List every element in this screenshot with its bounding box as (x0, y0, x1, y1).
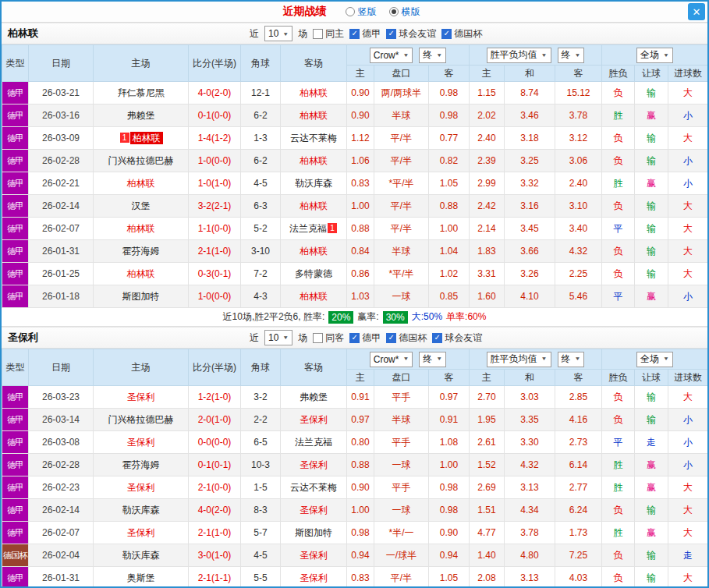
filter-checkbox-league-3[interactable]: 球会友谊 (432, 331, 482, 345)
asia-handicap: 平/半 (374, 218, 429, 240)
odds-source-select[interactable]: Crow*▼ (370, 352, 413, 367)
result-goals: 小 (668, 454, 708, 476)
team-name: 法兰克福 (289, 223, 327, 234)
checkbox-icon (313, 29, 323, 39)
recent-count-select[interactable]: 10 ▼ (264, 330, 292, 345)
same-away-checkbox[interactable]: 同客 (313, 331, 344, 345)
away-team-cell: 柏林联 (281, 82, 347, 104)
odds-time-select[interactable]: 终▼ (419, 48, 446, 63)
team-name: 柏林联 (300, 155, 328, 166)
checkbox-icon (349, 333, 360, 343)
away-team-cell: 圣保利 (281, 454, 347, 476)
result-goals: 大 (668, 499, 708, 522)
team-name: 圣保利 (300, 550, 328, 561)
euro-away-odds: 4.03 (555, 567, 602, 588)
layout-radio-vertical[interactable]: 竖版 (346, 5, 377, 19)
col-header-away: 客场 (281, 45, 347, 82)
asia-handicap: *平/半 (374, 172, 429, 195)
euro-time-select[interactable]: 终▼ (558, 352, 585, 367)
filter-checkbox-league-1[interactable]: 德甲 (349, 27, 381, 41)
team-name: 圣保利 (300, 459, 328, 470)
home-team-cell: 柏林联 (94, 263, 189, 285)
result-goals: 大 (668, 195, 708, 218)
corner-score: 5-7 (241, 522, 281, 544)
same-home-checkbox[interactable]: 同主 (313, 27, 344, 41)
layout-radio-horizontal[interactable]: 横版 (389, 5, 420, 19)
match-date: 26-02-28 (29, 454, 94, 476)
home-team-cell: 斯图加特 (94, 285, 189, 308)
asia-home-odds: 1.06 (347, 150, 374, 172)
scope-select[interactable]: 全场▼ (636, 48, 673, 63)
asia-odds-controls: Crow*▼ 终▼ (347, 349, 470, 370)
recent-suffix-label: 场 (298, 331, 307, 345)
euro-odds-select[interactable]: 胜平负均值▼ (487, 48, 551, 63)
away-team-cell: 弗赖堡 (281, 386, 347, 409)
euro-away-odds: 4.32 (555, 240, 602, 263)
odds-source-select[interactable]: Crow*▼ (370, 48, 413, 63)
col-header-handicap-result: 让球 (635, 66, 668, 82)
league-type-badge: 德甲 (2, 567, 29, 588)
result-goals: 大 (668, 522, 708, 544)
result-goals: 大 (668, 263, 708, 285)
match-date: 26-02-14 (29, 195, 94, 218)
select-value: 终 (423, 48, 432, 62)
result-handicap: 输 (635, 263, 668, 285)
match-row: 德甲26-01-31奥斯堡2-1(1-1)5-5圣保利0.83平/半1.052.… (2, 567, 708, 588)
corner-score: 4-3 (241, 285, 281, 308)
filter-checkbox-league-2[interactable]: 球会友谊 (386, 27, 436, 41)
filter-checkbox-league-2[interactable]: 德国杯 (386, 331, 427, 345)
match-date: 26-02-07 (29, 522, 94, 544)
checkbox-label: 球会友谊 (399, 27, 436, 41)
euro-odds-controls: 胜平负均值▼ 终▼ (470, 45, 602, 66)
recent-results-window: 近期战绩 竖版 横版 ✕ 柏林联 近 10 ▼ 场 同主 (0, 0, 709, 588)
chevron-down-icon: ▼ (436, 52, 442, 58)
euro-odds-select[interactable]: 胜平负均值▼ (487, 352, 551, 367)
filter-checkbox-league-3[interactable]: 德国杯 (441, 27, 482, 41)
euro-away-odds: 3.10 (555, 195, 602, 218)
result-goals: 大 (668, 476, 708, 499)
away-team-cell: 柏林联 (281, 104, 347, 127)
asia-home-odds: 0.90 (347, 82, 374, 104)
euro-draw-odds: 3.45 (505, 218, 555, 240)
home-team-cell: 圣保利 (94, 476, 189, 499)
asia-away-odds: 0.98 (429, 476, 470, 499)
match-date: 26-01-18 (29, 285, 94, 308)
away-team-cell: 勒沃库森 (281, 172, 347, 195)
asia-odds-controls: Crow*▼ 终▼ (347, 45, 470, 66)
match-score: 2-0(1-0) (189, 409, 241, 431)
asia-handicap: 平/半 (374, 127, 429, 150)
result-handicap: 赢 (635, 104, 668, 127)
team-name: 门兴格拉德巴赫 (108, 414, 174, 425)
match-row: 德甲26-03-14门兴格拉德巴赫2-0(1-0)2-2圣保利0.97半球0.9… (2, 409, 708, 431)
recent-count-select[interactable]: 10 ▼ (264, 26, 292, 41)
match-row: 德甲26-02-23圣保利2-1(0-0)1-5云达不莱梅0.90平手0.982… (2, 476, 708, 499)
asia-home-odds: 1.12 (347, 127, 374, 150)
odds-time-select[interactable]: 终▼ (419, 352, 446, 367)
euro-home-odds: 1.40 (470, 544, 505, 567)
match-date: 26-02-04 (29, 544, 94, 567)
team-bar: 圣保利 近 10 ▼ 场 同客 德甲 德国杯 (2, 327, 707, 349)
match-score: 2-1(1-0) (189, 522, 241, 544)
away-team-cell: 法兰克福 (281, 431, 347, 454)
chevron-down-icon: ▼ (402, 356, 409, 362)
asia-home-odds: 0.83 (347, 172, 374, 195)
match-row: 德国杯26-02-04勒沃库森3-0(1-0)4-5圣保利0.94一/球半0.9… (2, 544, 708, 567)
euro-home-odds: 1.52 (470, 454, 505, 476)
scope-select[interactable]: 全场▼ (636, 352, 673, 367)
league-type-badge: 德甲 (2, 499, 29, 522)
team-name: 霍芬海姆 (122, 246, 160, 257)
match-date: 26-02-23 (29, 476, 94, 499)
result-wdl: 平 (602, 218, 635, 240)
asia-handicap: 平手 (374, 476, 429, 499)
filter-checkbox-league-1[interactable]: 德甲 (349, 331, 381, 345)
result-goals: 大 (668, 240, 708, 263)
close-button[interactable]: ✕ (688, 3, 705, 20)
match-score: 0-3(0-1) (189, 263, 241, 285)
team-name: 柏林联 (300, 246, 328, 257)
euro-draw-odds: 3.46 (505, 104, 555, 127)
match-score: 1-0(0-0) (189, 285, 241, 308)
euro-time-select[interactable]: 终▼ (558, 48, 585, 63)
euro-home-odds: 2.14 (470, 218, 505, 240)
asia-home-odds: 0.84 (347, 240, 374, 263)
match-date: 26-02-28 (29, 150, 94, 172)
